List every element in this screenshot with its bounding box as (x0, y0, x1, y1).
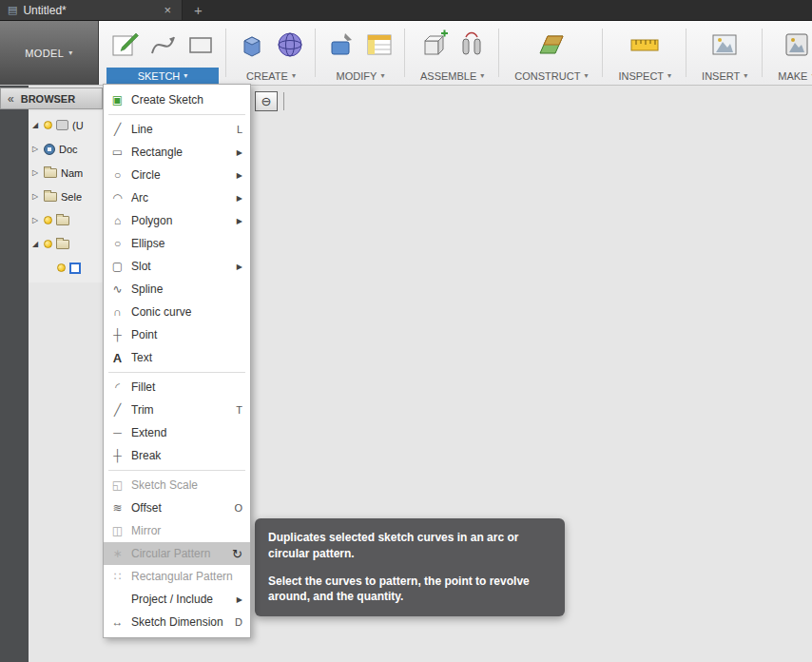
arc-tool-icon[interactable] (145, 26, 181, 64)
expander-collapsed-icon[interactable]: ▷ (30, 145, 40, 153)
menu-item-offset[interactable]: ≋OffsetO (104, 496, 250, 519)
toolbar-tab-modify[interactable]: MODIFY▾ (329, 68, 393, 84)
visibility-bulb-icon[interactable] (44, 240, 52, 248)
visibility-bulb-icon[interactable] (44, 121, 52, 129)
menu-item-project-include[interactable]: Project / Include▶ (104, 588, 250, 611)
expander-expanded-icon[interactable]: ◢ (30, 240, 40, 248)
menu-item-shortcut: L (237, 124, 242, 135)
press-pull-icon[interactable] (323, 26, 359, 64)
toolbar-tab-sketch[interactable]: SKETCH▾ (106, 68, 219, 84)
menu-item-trim[interactable]: ╱TrimT (104, 399, 250, 421)
visibility-bulb-icon[interactable] (57, 263, 66, 272)
toolbar-tab-inspect[interactable]: INSPECT▾ (610, 68, 679, 84)
menu-item-label: Text (131, 351, 242, 364)
menu-item-polygon[interactable]: ⌂Polygon▶ (104, 209, 250, 232)
expander-collapsed-icon[interactable]: ▷ (30, 216, 40, 224)
menu-item-create-sketch[interactable]: ▣Create Sketch (104, 88, 250, 111)
visibility-bulb-icon[interactable] (44, 216, 52, 224)
expander-expanded-icon[interactable]: ◢ (30, 121, 40, 129)
toolbar-group-modify: MODIFY▾ (316, 21, 405, 85)
circular-arrow-icon: ↻ (232, 547, 242, 561)
menu-item-sketch-dimension[interactable]: ↔Sketch DimensionD (104, 611, 250, 633)
workspace-switcher-label: MODEL (25, 48, 64, 59)
workspace-switcher-model[interactable]: MODEL ▾ (0, 21, 99, 85)
measure-icon[interactable] (627, 26, 663, 64)
collapse-panel-icon[interactable]: « (8, 92, 14, 106)
menu-item-text[interactable]: AText (104, 346, 250, 369)
fillet-icon: ◜ (110, 380, 125, 394)
chevron-down-icon: ▾ (292, 71, 296, 80)
expander-collapsed-icon[interactable]: ▷ (30, 168, 40, 177)
menu-item-circular-pattern[interactable]: ∗Circular Pattern↻ (104, 542, 250, 565)
menu-item-label: Ellipse (131, 237, 242, 250)
document-icon (56, 120, 68, 130)
menu-item-slot[interactable]: ▢Slot▶ (104, 255, 250, 278)
menu-item-line[interactable]: ╱LineL (104, 118, 250, 141)
new-tab-button[interactable]: + (194, 2, 203, 18)
menu-item-label: Arc (131, 191, 230, 204)
toolbar-tab-label: INSERT (702, 70, 740, 82)
browser-row[interactable]: ▷Sele (29, 185, 103, 208)
menu-separator (108, 470, 245, 471)
menu-item-sketch-scale[interactable]: ◱Sketch Scale (104, 474, 250, 496)
palette-collapse-button[interactable]: ⊖ (255, 91, 278, 111)
trim-icon: ╱ (110, 403, 125, 417)
conic-curve-icon: ∩ (110, 305, 125, 319)
attached-canvas-icon[interactable] (706, 26, 743, 64)
sphere-icon[interactable] (272, 26, 308, 64)
menu-item-rectangle[interactable]: ▭Rectangle▶ (104, 141, 250, 164)
menu-item-label: Trim (131, 403, 229, 417)
menu-item-label: Line (131, 123, 230, 136)
toolbar-tab-label: ASSEMBLE (420, 70, 476, 82)
toolbar-tab-create[interactable]: CREATE▾ (239, 68, 303, 84)
menu-item-fillet[interactable]: ◜Fillet (104, 376, 250, 399)
chevron-down-icon: ▾ (184, 71, 187, 80)
toolbar-tab-label: CONSTRUCT (514, 70, 580, 82)
toolbar-tab-assemble[interactable]: ASSEMBLE▾ (413, 68, 492, 84)
menu-separator (108, 114, 245, 115)
toolbar-tab-label: MODIFY (337, 70, 377, 82)
menu-item-shortcut: D (235, 616, 242, 628)
expander-collapsed-icon[interactable]: ▷ (30, 192, 40, 201)
plane-icon[interactable] (533, 26, 570, 64)
mirror-icon: ◫ (110, 524, 125, 537)
toolbar-group-insert: INSERT▾ (686, 21, 763, 85)
browser-row[interactable]: ▷Doc (29, 137, 103, 161)
new-component-icon[interactable] (416, 26, 452, 64)
browser-row-label: Nam (61, 167, 83, 179)
make-image-icon[interactable] (779, 26, 812, 64)
toolbar-tab-label: INSPECT (618, 70, 664, 82)
menu-item-rectangular-pattern[interactable]: ∷Rectangular Pattern (104, 565, 250, 588)
toolbar-tab-make[interactable]: MAKE▾ (770, 68, 812, 84)
menu-item-mirror[interactable]: ◫Mirror (104, 519, 250, 542)
browser-row-label: (U (72, 120, 84, 131)
close-tab-icon[interactable]: × (161, 3, 174, 17)
browser-row[interactable]: ◢(U (29, 113, 103, 137)
toolbar-groups: SKETCH▾CREATE▾MODIFY▾ASSEMBLE▾CONSTRUCT▾… (99, 21, 812, 85)
document-tab[interactable]: ▤ Untitled* × (0, 0, 183, 20)
menu-item-extend[interactable]: ─Extend (104, 421, 250, 444)
browser-row[interactable] (29, 256, 103, 280)
browser-row[interactable]: ▷ (29, 208, 103, 232)
menu-item-break[interactable]: ┼Break (104, 444, 250, 467)
browser-row[interactable]: ◢ (29, 232, 103, 256)
menu-item-circle[interactable]: ○Circle▶ (104, 164, 250, 186)
toolbar-tab-insert[interactable]: INSERT▾ (694, 68, 755, 84)
toolbar-group-make: MAKE▾ (763, 21, 812, 85)
browser-row[interactable]: ▷Nam (29, 161, 103, 185)
create-sketch-icon[interactable] (106, 26, 143, 64)
parameters-icon[interactable] (361, 26, 397, 64)
joint-icon[interactable] (454, 26, 490, 64)
browser-panel-header: « BROWSER (0, 88, 103, 109)
toolbar-tab-label: CREATE (246, 70, 288, 82)
menu-item-arc[interactable]: ◠Arc▶ (104, 186, 250, 209)
menu-item-conic-curve[interactable]: ∩Conic curve (104, 301, 250, 323)
toolbar-tab-construct[interactable]: CONSTRUCT▾ (507, 68, 595, 84)
rectangle-tool-icon[interactable] (183, 26, 219, 64)
extend-icon: ─ (110, 426, 125, 439)
extrude-icon[interactable] (234, 26, 270, 64)
menu-item-point[interactable]: ┼Point (104, 323, 250, 346)
menu-item-ellipse[interactable]: ○Ellipse (104, 232, 250, 255)
menu-item-spline[interactable]: ∿Spline (104, 278, 250, 301)
menu-item-label: Conic curve (131, 305, 242, 319)
